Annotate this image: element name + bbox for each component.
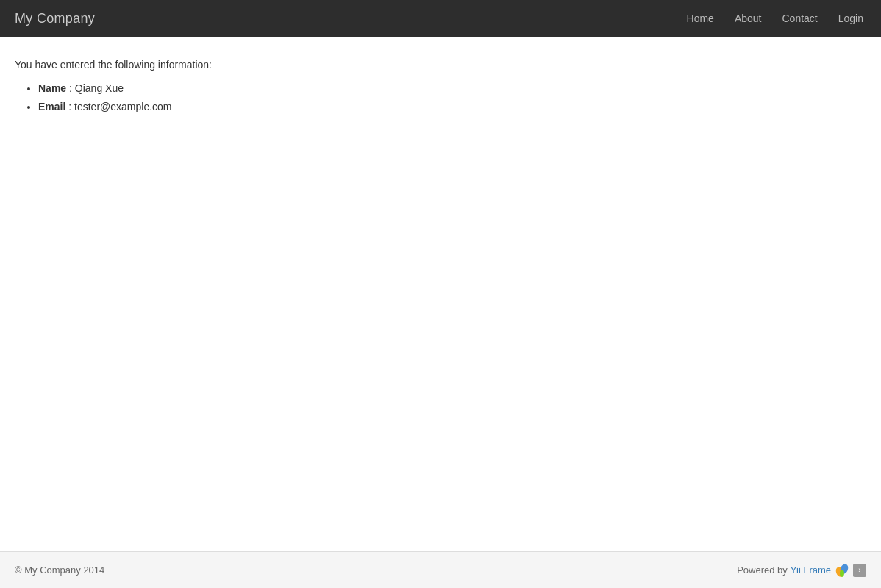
nav-link-home[interactable]: Home xyxy=(684,9,717,28)
email-colon: : xyxy=(68,101,74,112)
nav-item-login[interactable]: Login xyxy=(835,12,866,24)
nav-item-about[interactable]: About xyxy=(732,12,765,24)
intro-text: You have entered the following informati… xyxy=(15,59,866,71)
nav-item-home[interactable]: Home xyxy=(684,12,717,24)
nav-link-about[interactable]: About xyxy=(732,9,765,28)
yii-label: Yii Frame xyxy=(791,564,831,576)
footer-powered: Powered by Yii Frame › xyxy=(737,562,866,578)
nav-item-contact[interactable]: Contact xyxy=(779,12,820,24)
nav-link-contact[interactable]: Contact xyxy=(779,9,820,28)
navbar: My Company Home About Contact Login xyxy=(0,0,881,37)
yii-logo-icon xyxy=(834,562,850,578)
email-value: tester@example.com xyxy=(74,101,171,112)
scroll-button[interactable]: › xyxy=(853,564,866,577)
info-item-email: Email : tester@example.com xyxy=(38,98,866,116)
navbar-brand[interactable]: My Company xyxy=(15,11,95,26)
nav-link-login[interactable]: Login xyxy=(835,9,866,28)
nav-links: Home About Contact Login xyxy=(684,12,866,24)
svg-point-2 xyxy=(840,570,844,577)
name-value: Qiang Xue xyxy=(75,82,124,94)
footer: © My Company 2014 Powered by Yii Frame › xyxy=(0,551,881,588)
main-content: You have entered the following informati… xyxy=(0,37,881,551)
powered-by-text: Powered by xyxy=(737,564,788,576)
footer-copyright: © My Company 2014 xyxy=(15,564,104,576)
yii-link[interactable]: Yii Frame xyxy=(791,564,831,576)
email-label: Email xyxy=(38,101,65,112)
name-colon: : xyxy=(69,82,75,94)
name-label: Name xyxy=(38,82,66,94)
info-item-name: Name : Qiang Xue xyxy=(38,79,866,98)
info-list: Name : Qiang Xue Email : tester@example.… xyxy=(15,79,866,116)
